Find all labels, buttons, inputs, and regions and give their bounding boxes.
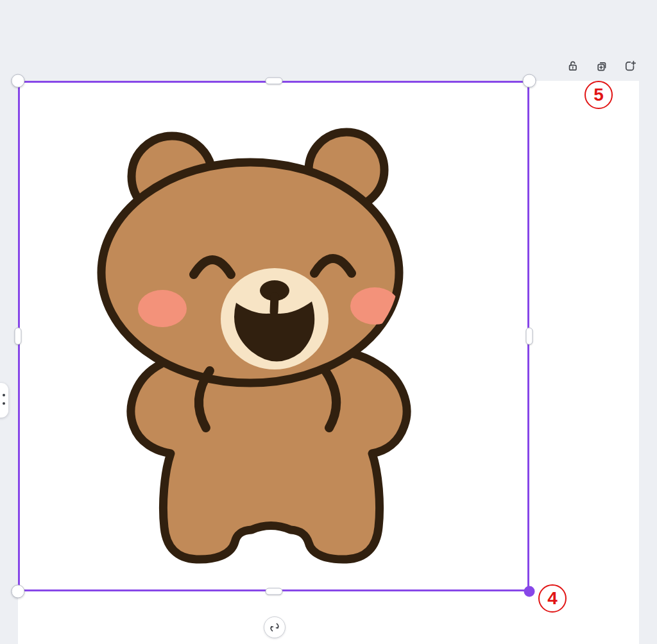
annotation-number: 5 (593, 85, 604, 105)
annotation-step-5: 5 (584, 81, 613, 109)
grip-dot (3, 394, 5, 396)
resize-handle-top-right[interactable] (523, 74, 536, 88)
resize-handle-bottom-center[interactable] (266, 588, 283, 595)
resize-handle-bottom-left[interactable] (12, 585, 25, 598)
resize-handle-top-left[interactable] (12, 74, 25, 88)
lock-button[interactable] (567, 60, 579, 72)
editor-workspace: Laughing cartoon bear illustration (0, 0, 657, 644)
rotate-icon (269, 622, 280, 633)
sidebar-pull-tab[interactable] (0, 383, 8, 418)
resize-handle-bottom-right-active[interactable] (524, 586, 535, 597)
annotation-step-4: 4 (538, 584, 567, 613)
grip-dot (3, 402, 5, 405)
resize-handle-top-center[interactable] (266, 78, 283, 85)
add-page-icon (624, 60, 636, 72)
annotation-number: 4 (547, 588, 558, 609)
unlock-icon (567, 60, 579, 72)
duplicate-icon (595, 60, 608, 72)
add-page-button[interactable] (624, 60, 636, 72)
selection-box (18, 81, 529, 591)
resize-handle-mid-right[interactable] (526, 328, 533, 345)
duplicate-button[interactable] (595, 60, 608, 72)
resize-handle-mid-left[interactable] (15, 328, 22, 345)
rotate-handle[interactable] (264, 616, 286, 638)
